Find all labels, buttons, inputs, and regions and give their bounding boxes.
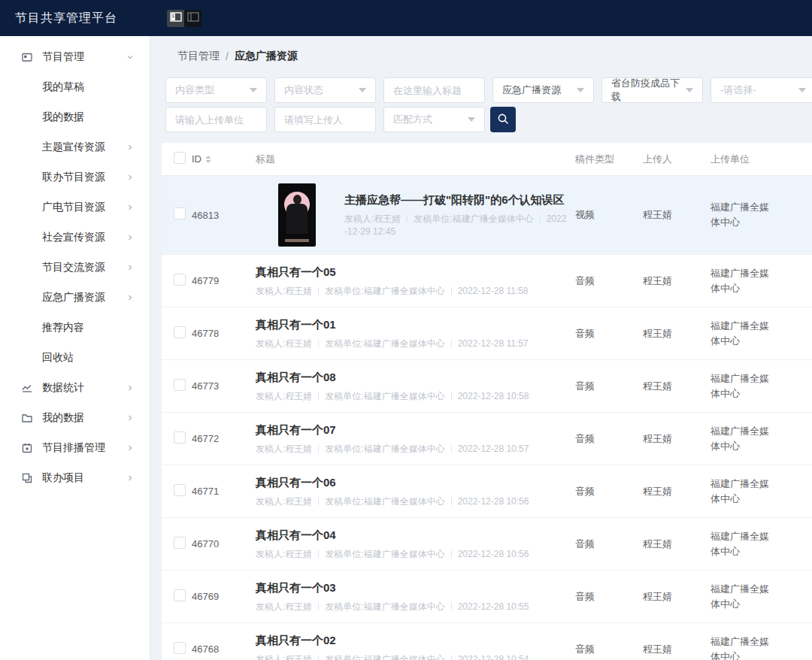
- row-title[interactable]: 真相只有一个02: [256, 632, 568, 648]
- row-uploader: 程王婧: [635, 208, 703, 222]
- chart-icon: [21, 382, 33, 394]
- search-button[interactable]: [490, 107, 516, 132]
- meta-timestamp: 2022-12-28 10:56: [458, 549, 529, 559]
- sidebar-item-my-data-sub[interactable]: 我的数据: [0, 102, 150, 132]
- sidebar-item-joint-program-resources[interactable]: 联办节目资源: [0, 162, 150, 192]
- table-row[interactable]: 46768 真相只有一个02 发稿人:程王婧发稿单位:福建广播全媒体中心2022…: [162, 623, 812, 660]
- meta-divider: [318, 498, 319, 505]
- row-meta: 发稿人:程王婧发稿单位:福建广播全媒体中心2022-12-28 11:58: [256, 285, 568, 298]
- app-title: 节目共享管理平台: [15, 11, 150, 26]
- row-checkbox[interactable]: [174, 379, 186, 391]
- row-title[interactable]: 真相只有一个03: [256, 580, 568, 595]
- sidebar-item-recycle-bin[interactable]: 回收站: [0, 343, 150, 373]
- row-meta: 发稿人:程王婧发稿单位:福建广播全媒体中心2022-12-28 10:56: [256, 548, 568, 561]
- meta-publish-unit: 发稿单位:福建广播全媒体中心: [325, 338, 444, 349]
- breadcrumb-current: 应急广播资源: [235, 50, 298, 63]
- table-row[interactable]: 46779 真相只有一个05 发稿人:程王婧发稿单位:福建广播全媒体中心2022…: [162, 255, 812, 307]
- table-row[interactable]: 46773 真相只有一个08 发稿人:程王婧发稿单位:福建广播全媒体中心2022…: [162, 360, 812, 413]
- sidebar-item-social-publicity-resources[interactable]: 社会宣传资源: [0, 223, 150, 253]
- video-thumbnail[interactable]: [278, 183, 316, 247]
- table-row[interactable]: 46771 真相只有一个06 发稿人:程王婧发稿单位:福建广播全媒体中心2022…: [162, 465, 812, 518]
- sidebar-item-program-exchange-resources[interactable]: 节目交流资源: [0, 253, 150, 283]
- table-row[interactable]: 46772 真相只有一个07 发稿人:程王婧发稿单位:福建广播全媒体中心2022…: [162, 413, 812, 465]
- sidebar-item-my-data[interactable]: 我的数据: [0, 403, 150, 433]
- row-checkbox[interactable]: [174, 431, 186, 444]
- column-id-label[interactable]: ID: [192, 153, 201, 165]
- row-checkbox[interactable]: [174, 589, 186, 601]
- row-checkbox[interactable]: [174, 274, 186, 286]
- table-row[interactable]: 46770 真相只有一个04 发稿人:程王婧发稿单位:福建广播全媒体中心2022…: [162, 518, 812, 571]
- row-title[interactable]: 真相只有一个05: [256, 264, 568, 280]
- sidebar-item-recommended-content[interactable]: 推荐内容: [0, 313, 150, 343]
- meta-publish-unit: 发稿单位:福建广播全媒体中心: [325, 601, 444, 612]
- row-upload-unit: 福建广播全媒体中心: [710, 477, 778, 507]
- row-checkbox[interactable]: [174, 484, 186, 496]
- meta-timestamp: 2022-12-28 11:57: [458, 338, 529, 349]
- meta-publisher: 发稿人:程王婧: [256, 444, 312, 454]
- sidebar-item-label: 联办节目资源: [42, 171, 105, 184]
- app-header: 节目共享管理平台: [0, 0, 812, 36]
- chevron-right-icon: [126, 203, 135, 212]
- row-title[interactable]: 真相只有一个08: [256, 369, 568, 385]
- sidebar-item-label: 应急广播资源: [42, 291, 105, 304]
- row-checkbox[interactable]: [174, 326, 186, 338]
- row-checkbox[interactable]: [174, 537, 186, 549]
- sort-icon[interactable]: [205, 156, 211, 163]
- title-search-input[interactable]: [383, 77, 485, 103]
- row-upload-unit: 福建广播全媒体中心: [710, 582, 778, 612]
- content-type-select[interactable]: 内容类型: [165, 77, 267, 103]
- row-checkbox[interactable]: [174, 207, 186, 219]
- meta-publish-unit: 发稿单位:福建广播全媒体中心: [414, 213, 533, 224]
- meta-publisher: 发稿人:程王婧: [256, 549, 312, 559]
- match-mode-select[interactable]: 匹配方式: [383, 107, 485, 132]
- sidebar-item-theme-publicity-resources[interactable]: 主题宣传资源: [0, 132, 150, 162]
- uploader-input[interactable]: [274, 107, 376, 132]
- row-id: 46773: [192, 380, 256, 392]
- table-row[interactable]: 46778 真相只有一个01 发稿人:程王婧发稿单位:福建广播全媒体中心2022…: [162, 307, 812, 360]
- row-upload-unit: 福建广播全媒体中心: [710, 200, 778, 230]
- select-all-checkbox[interactable]: [174, 152, 186, 164]
- upload-unit-input[interactable]: [165, 107, 267, 132]
- sidebar-item-data-statistics[interactable]: 数据统计: [0, 373, 150, 403]
- chevron-right-icon: [126, 413, 135, 422]
- sidebar-item-program-scheduling[interactable]: 节目排播管理: [0, 433, 150, 463]
- table-row[interactable]: 46769 真相只有一个03 发稿人:程王婧发稿单位:福建广播全媒体中心2022…: [162, 571, 812, 623]
- table-row-featured[interactable]: 46813 主播应急帮——打破"阳转阴"的6个认知误区: [162, 176, 812, 255]
- layout-split-icon: [170, 12, 182, 24]
- meta-divider: [318, 550, 319, 558]
- breadcrumb-parent[interactable]: 节目管理: [177, 50, 220, 63]
- search-icon: [496, 112, 510, 128]
- resource-category-select[interactable]: 应急广播资源: [492, 77, 594, 103]
- row-title[interactable]: 真相只有一个07: [256, 422, 568, 437]
- filter-bar: 内容类型 内容状态 应急广播资源 省台防疫成品下载: [165, 77, 812, 132]
- meta-publisher: 发稿人:程王婧: [256, 338, 312, 349]
- meta-publish-unit: 发稿单位:福建广播全媒体中心: [325, 286, 444, 296]
- row-title[interactable]: 主播应急帮——打破"阳转阴"的6个认知误区: [344, 192, 568, 207]
- row-uploader: 程王婧: [635, 485, 703, 498]
- layout-sidebar-toggle[interactable]: [184, 10, 201, 27]
- sidebar-item-my-drafts[interactable]: 我的草稿: [0, 72, 150, 102]
- row-title[interactable]: 真相只有一个04: [256, 527, 568, 543]
- row-type: 音频: [568, 327, 635, 341]
- row-checkbox[interactable]: [174, 642, 186, 654]
- sub-category-select[interactable]: -请选择-: [710, 77, 812, 103]
- thumbnail-caption-strip: [285, 239, 309, 242]
- row-meta: 发稿人:程王婧发稿单位:福建广播全媒体中心2022-12-29 12:45: [344, 213, 568, 238]
- row-title[interactable]: 真相只有一个01: [256, 316, 568, 332]
- sidebar-item-joint-projects[interactable]: 联办项目: [0, 463, 150, 493]
- download-category-select[interactable]: 省台防疫成品下载: [601, 77, 703, 103]
- row-uploader: 程王婧: [635, 537, 703, 551]
- layout-split-toggle[interactable]: [167, 10, 184, 27]
- row-upload-unit: 福建广播全媒体中心: [710, 634, 778, 660]
- chevron-right-icon: [126, 474, 135, 483]
- sidebar-item-emergency-broadcast-resources[interactable]: 应急广播资源: [0, 283, 150, 313]
- content-status-select[interactable]: 内容状态: [274, 77, 376, 103]
- sidebar-item-label: 主题宣传资源: [42, 141, 105, 154]
- chevron-right-icon: [126, 263, 135, 272]
- meta-divider: [407, 215, 408, 223]
- sidebar-item-broadcast-program-resources[interactable]: 广电节目资源: [0, 192, 150, 223]
- row-upload-unit: 福建广播全媒体中心: [710, 529, 778, 559]
- row-title[interactable]: 真相只有一个06: [256, 474, 568, 490]
- meta-divider: [451, 287, 452, 295]
- sidebar-item-program-management[interactable]: 节目管理: [0, 42, 150, 72]
